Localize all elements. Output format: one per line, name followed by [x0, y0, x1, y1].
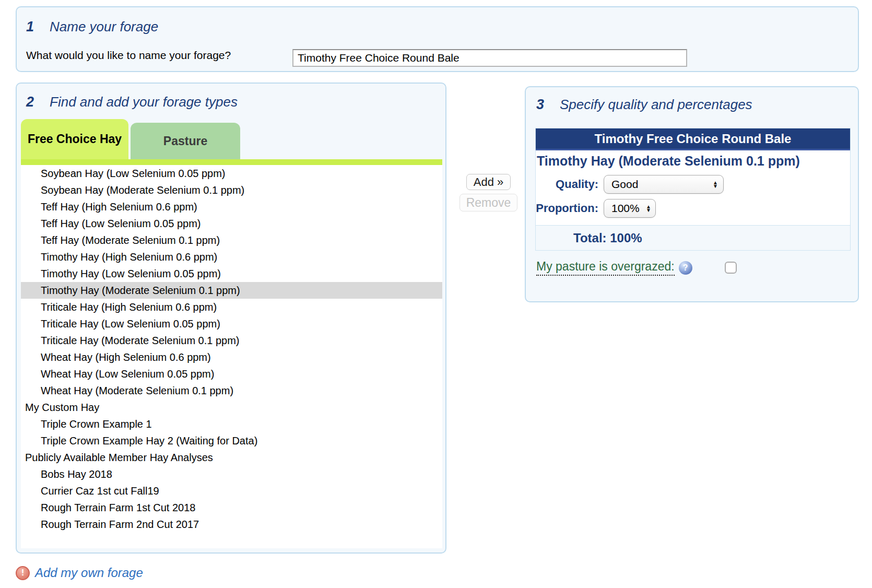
- overgrazed-checkbox[interactable]: [725, 262, 737, 274]
- overgrazed-link[interactable]: My pasture is overgrazed:: [536, 260, 675, 276]
- forage-list-item[interactable]: Currier Caz 1st cut Fall19: [21, 483, 442, 499]
- forage-list-item[interactable]: Triticale Hay (High Selenium 0.6 ppm): [21, 299, 442, 315]
- step2-title: Find and add your forage types: [50, 94, 238, 110]
- help-icon[interactable]: ?: [679, 261, 692, 275]
- remove-button: Remove: [459, 194, 517, 211]
- total-text: Total: 100%: [536, 231, 642, 245]
- quality-select[interactable]: Good ▲▼: [604, 175, 724, 194]
- forage-name-input[interactable]: [292, 49, 687, 67]
- step2-panel: 2 Find and add your forage types Free Ch…: [16, 83, 446, 554]
- step2-heading: 2 Find and add your forage types: [17, 84, 445, 110]
- proportion-label: Proportion:: [536, 202, 598, 215]
- forage-list-item[interactable]: Wheat Hay (Low Selenium 0.05 ppm): [21, 366, 442, 382]
- forage-list-item[interactable]: Wheat Hay (Moderate Selenium 0.1 ppm): [21, 382, 442, 399]
- forage-list-item[interactable]: Soybean Hay (Moderate Selenium 0.1 ppm): [21, 182, 442, 198]
- forage-list-item[interactable]: Triticale Hay (Low Selenium 0.05 ppm): [21, 315, 442, 332]
- total-row: Total: 100%: [536, 225, 850, 250]
- selected-forage-box: Timothy Free Choice Round Bale Timothy H…: [535, 128, 851, 251]
- forage-setup-page: 1 Name your forage What would you like t…: [0, 0, 872, 588]
- tab-free-choice-hay[interactable]: Free Choice Hay: [21, 119, 128, 159]
- quality-label: Quality:: [536, 178, 598, 191]
- select-arrows-icon: ▲▼: [646, 205, 651, 212]
- selected-forage-title-bar: Timothy Free Choice Round Bale: [536, 128, 850, 150]
- forage-list: Soybean Hay (Low Selenium 0.05 ppm)Soybe…: [21, 165, 442, 548]
- step1-title: Name your forage: [50, 19, 158, 35]
- forage-list-item[interactable]: Timothy Hay (High Selenium 0.6 ppm): [21, 249, 442, 265]
- step1-number: 1: [26, 19, 34, 35]
- proportion-select[interactable]: 100% ▲▼: [604, 199, 656, 218]
- tab-underline-bar: [21, 159, 442, 165]
- select-arrows-icon: ▲▼: [713, 181, 718, 188]
- forage-list-item[interactable]: Triple Crown Example 1: [21, 416, 442, 432]
- forage-list-item[interactable]: Soybean Hay (Low Selenium 0.05 ppm): [21, 165, 442, 182]
- add-own-forage-link[interactable]: Add my own forage: [35, 566, 143, 580]
- forage-list-item[interactable]: Timothy Hay (Low Selenium 0.05 ppm): [21, 265, 442, 282]
- tab-pasture[interactable]: Pasture: [131, 123, 240, 159]
- forage-list-item[interactable]: Teff Hay (High Selenium 0.6 ppm): [21, 198, 442, 215]
- step1-panel: 1 Name your forage What would you like t…: [16, 6, 859, 72]
- quality-select-value: Good: [611, 178, 638, 191]
- forage-list-item[interactable]: Triple Crown Example Hay 2 (Waiting for …: [21, 432, 442, 449]
- forage-list-item[interactable]: Teff Hay (Moderate Selenium 0.1 ppm): [21, 232, 442, 249]
- forage-list-item[interactable]: Rough Terrain Farm 1st Cut 2018: [21, 499, 442, 516]
- alert-icon: !: [16, 566, 30, 580]
- forage-group-header: Publicly Available Member Hay Analyses: [21, 449, 442, 466]
- step1-heading: 1 Name your forage: [17, 7, 858, 35]
- selected-forage-subtitle: Timothy Hay (Moderate Selenium 0.1 ppm): [536, 150, 850, 171]
- forage-list-item[interactable]: Bobs Hay 2018: [21, 466, 442, 483]
- forage-list-item[interactable]: Rough Terrain Farm 2nd Cut 2017: [21, 516, 442, 533]
- forage-list-item[interactable]: Triticale Hay (Moderate Selenium 0.1 ppm…: [21, 332, 442, 349]
- add-button[interactable]: Add »: [466, 174, 511, 190]
- forage-type-tabs: Free Choice Hay Pasture: [21, 119, 442, 159]
- forage-list-item[interactable]: Wheat Hay (High Selenium 0.6 ppm): [21, 349, 442, 366]
- forage-list-item[interactable]: Teff Hay (Low Selenium 0.05 ppm): [21, 215, 442, 232]
- step3-title: Specify quality and percentages: [560, 97, 752, 113]
- step3-number: 3: [536, 97, 544, 113]
- step3-heading: 3 Specify quality and percentages: [526, 87, 858, 113]
- step2-number: 2: [26, 94, 34, 110]
- step3-panel: 3 Specify quality and percentages Timoth…: [525, 86, 859, 302]
- forage-list-item[interactable]: Timothy Hay (Moderate Selenium 0.1 ppm): [21, 282, 442, 299]
- forage-name-question-label: What would you like to name your forage?: [26, 49, 231, 62]
- forage-group-header: My Custom Hay: [21, 399, 442, 416]
- proportion-select-value: 100%: [611, 202, 640, 215]
